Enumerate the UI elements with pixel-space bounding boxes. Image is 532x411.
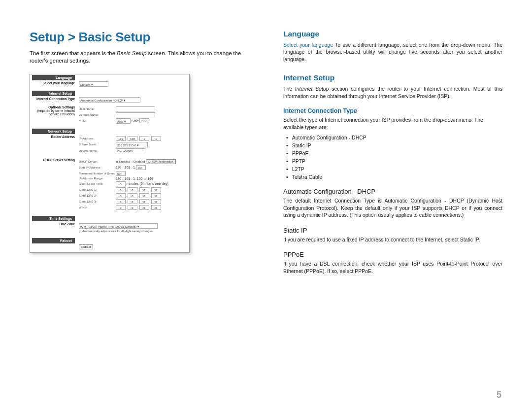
router-screenshot: Language Select your language English In… [30,74,190,253]
ss-dns1-3[interactable]: 0 [139,187,149,192]
ss-startip-l: Start IP Address: [79,166,116,169]
ss-dhcp-res-btn[interactable]: DHCP Reservation [146,159,176,164]
right-column: Language Select your language To use a d… [283,30,502,278]
page-number: 5 [497,390,501,400]
ss-section-language: Language [32,75,75,80]
ss-dst-checkbox[interactable]: ☑ [79,230,81,233]
ss-hostname-input[interactable] [116,106,155,111]
ss-section-reboot: Reboot [32,238,75,243]
internet-heading: Internet Setup [283,73,502,82]
ss-dns2-3[interactable]: 0 [139,193,149,198]
ss-lease-input[interactable]: 0 [116,181,126,186]
ss-wins-l: WINS: [79,206,116,209]
intro-a: The first screen that appears is the [30,50,117,56]
ss-label-dhcp: DHCP Server Setting [30,158,77,211]
ss-dhcpsrv-l: DHCP Server: [79,160,116,163]
intro-em: Basic Setup [117,50,146,56]
list-item: Automatic Configuration - DHCP [293,135,502,140]
ss-conn-select[interactable]: Automatic Configuration - DHCP [79,97,140,103]
ss-wins-3[interactable]: 0 [139,205,149,210]
ss-wins-4[interactable]: 0 [151,205,161,210]
list-item: L2TP [293,166,502,172]
list-item: Telstra Cable [293,174,502,180]
ss-dns1-1[interactable]: 0 [116,187,126,192]
ss-dns3-1[interactable]: 0 [116,199,126,204]
language-heading: Language [283,30,502,38]
ss-dns3-4[interactable]: 0 [151,199,161,204]
ss-mtu-size-l: Size: [132,119,139,123]
pppoe-heading: PPPoE [283,251,502,258]
ss-ip-4[interactable]: 1 [151,136,161,141]
static-text: If you are required to use a fixed IP ad… [283,236,502,243]
ss-maxusers-input[interactable]: 50 [116,171,126,176]
language-lead: Select your language [283,42,333,48]
ss-opt-l2: (required by some Internet Service Provi… [32,109,75,116]
ss-mtu-select[interactable]: Auto [116,118,131,124]
ss-subnet-l: Subnet Mask: [79,143,116,146]
ss-dns3-l: Static DNS 3: [79,200,116,203]
ss-startip-input[interactable]: 100 [136,165,146,170]
ss-dst-label: Automatically adjust clock for daylight … [82,230,154,233]
ss-startip-pre: 192 . 168 . 1. [116,166,136,169]
ss-domain-input[interactable] [116,112,155,117]
intro-text: The first screen that appears is the Bas… [30,50,256,65]
ss-wins-2[interactable]: 0 [128,205,137,210]
ss-disabled-radio[interactable]: ○ Disabled [131,160,145,163]
ss-dns1-l: Static DNS 1: [79,188,116,191]
pppoe-text: If you have a DSL connection, check whet… [283,260,502,274]
list-item: Static IP [293,142,502,148]
ss-domain-l: Domain Name: [79,113,116,116]
conn-type-heading: Internet Connection Type [283,107,502,114]
ss-dns1-2[interactable]: 0 [128,187,137,192]
ss-dns3-2[interactable]: 0 [128,199,137,204]
connection-type-list: Automatic Configuration - DHCP Static IP… [293,135,502,180]
dhcp-heading: Automatic Configuration - DHCP [283,188,502,195]
ss-dns2-l: Static DNS 2: [79,194,116,197]
dhcp-text: The default Internet Connection Type is … [283,197,502,218]
ss-dns3-3[interactable]: 0 [139,199,149,204]
ss-lease-l: Client Lease Time: [79,182,116,185]
internet-text: The Internet Setup section configures th… [283,85,502,100]
ss-opt-l1: Optional Settings [32,105,75,109]
ss-dns2-2[interactable]: 0 [128,193,137,198]
ss-mtu-l: MTU: [79,119,116,122]
list-item: PPPoE [293,150,502,156]
static-heading: Static IP [283,227,502,234]
ss-mtu-size[interactable]: 1500 [139,118,149,123]
ss-lease-note: minutes (0 means one day) [127,182,168,185]
internet-a: The [283,86,295,92]
ss-lang-select[interactable]: English [79,81,108,87]
internet-em: Internet Setup [295,86,329,92]
ss-label-optional: Optional Settings (required by some Inte… [30,105,77,125]
ss-ip-1[interactable]: 192 [116,136,126,141]
ss-dev-input[interactable]: Cisco00009 [116,148,145,153]
ss-ip-3[interactable]: 1 [139,136,149,141]
ss-dns1-4[interactable]: 0 [151,187,161,192]
ss-label-lang: Select your language [30,81,77,87]
conn-type-text: Select the type of Internet connection y… [283,116,502,131]
ss-label-router: Router Address [30,135,77,155]
ss-tz-select[interactable]: (GMT-08:00) Pacific Time (USA & Canada) [79,223,158,229]
list-item: PPTP [293,158,502,164]
language-text: Select your language To use a different … [283,41,502,63]
ss-iprange-v: 192 . 168 . 1. 100 to 149 [116,177,153,180]
ss-dev-l: Device Name: [79,149,116,152]
ss-ip-l: IP Address: [79,137,116,140]
ss-section-time: Time Settings [32,216,75,221]
ss-label-conn: Internet Connection Type [30,97,77,103]
ss-hostname-l: Host Name: [79,107,116,110]
ss-iprange-l: IP Address Range: [79,177,116,180]
ss-section-internet: Internet Setup [32,91,75,96]
ss-dns2-1[interactable]: 0 [116,193,126,198]
ss-enabled-radio[interactable]: ◉ Enabled [116,160,130,163]
page-title: Setup > Basic Setup [30,30,256,45]
ss-maxusers-l: Maximum Number of Users: [79,172,116,175]
ss-label-tz: Time Zone [30,222,77,235]
ss-wins-1[interactable]: 0 [116,205,126,210]
ss-reboot-btn[interactable]: Reboot [79,244,93,249]
ss-section-network: Network Setup [32,129,75,134]
ss-ip-2[interactable]: 168 [128,136,137,141]
left-column: Setup > Basic Setup The first screen tha… [30,30,256,278]
ss-subnet-select[interactable]: 255.255.255.0 [116,142,148,147]
ss-dns2-4[interactable]: 0 [151,193,161,198]
